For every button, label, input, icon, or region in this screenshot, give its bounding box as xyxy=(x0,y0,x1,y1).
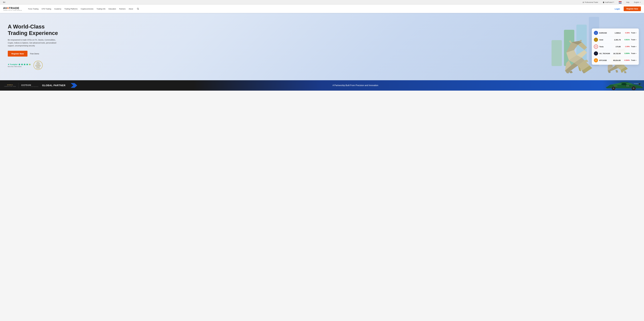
hero-description: Be empowered to trade CFDs on FX, Stocks… xyxy=(8,38,57,47)
svg-text:ASTON MARTIN: ASTON MARTIN xyxy=(634,83,639,84)
register-now-button[interactable]: Register Now xyxy=(624,6,641,11)
aramco-logo: aramco FORMULA ONE TEAM xyxy=(4,84,16,87)
nav-trading-info[interactable]: Trading Info xyxy=(95,7,107,11)
ustech-price: 18,722.00 xyxy=(611,52,621,54)
svg-text:BOSS: BOSS xyxy=(626,85,629,86)
svg-marker-35 xyxy=(616,70,618,73)
trustpilot-stars xyxy=(18,63,31,66)
f1-car-area: BOSS aramco ASTON MARTIN xyxy=(602,80,644,91)
eurusd-price: 1.08812 xyxy=(611,32,621,34)
nav-education[interactable]: Education xyxy=(107,7,117,11)
nav-academy[interactable]: Academy xyxy=(53,7,62,11)
logo-trade: TRADE xyxy=(9,6,20,10)
netherlands-flag xyxy=(619,1,622,3)
region-label: EU xyxy=(3,1,5,3)
nav-cfd-trading[interactable]: CFD Trading xyxy=(40,7,52,11)
top-bar-right: Professional Trader · AvaProtect™ · · He… xyxy=(582,1,641,3)
svg-point-0 xyxy=(583,2,584,2)
partnership-description: A Partnership Built From Precision and I… xyxy=(82,84,628,87)
btc-icon: ₿ xyxy=(594,58,598,62)
trustpilot: ★ Trustpilot More than 7000 reviews xyxy=(8,63,31,67)
svg-marker-34 xyxy=(608,71,610,73)
banner-arrow xyxy=(71,83,77,88)
price-row-tesla: T Tesla 173.85 -2.09% Trade xyxy=(592,43,639,50)
svg-point-58 xyxy=(633,87,634,89)
tesla-trade-link[interactable]: Trade xyxy=(631,46,637,47)
svg-marker-37 xyxy=(624,71,626,73)
svg-rect-3 xyxy=(619,2,622,3)
tesla-name: Tesla xyxy=(599,46,610,48)
svg-rect-54 xyxy=(606,87,611,87)
svg-point-4 xyxy=(137,8,138,9)
svg-text:T: T xyxy=(596,46,596,47)
avaprotect-link[interactable]: AvaProtect™ xyxy=(603,1,614,3)
svg-point-59 xyxy=(621,83,626,85)
bull-figure xyxy=(558,40,597,74)
logo-a: A xyxy=(7,6,9,10)
svg-text:€$: €$ xyxy=(595,32,596,34)
hero-actions: Register Now Free Demo xyxy=(8,51,58,56)
btc-trade-link[interactable]: Trade xyxy=(631,59,637,61)
btc-price: 65,814.85 xyxy=(611,59,621,61)
eurusd-trade-link[interactable]: Trade xyxy=(631,32,637,34)
svg-text:NQ: NQ xyxy=(596,53,596,54)
price-row-ustech: NQ US_TECH100 18,722.00 0.009% Trade xyxy=(592,50,639,57)
gold-name: Gold xyxy=(599,39,610,41)
svg-text:Au: Au xyxy=(596,39,596,40)
trust-section: ★ Trustpilot More than 7000 reviews MOST… xyxy=(8,61,58,70)
nav-about[interactable]: About xyxy=(127,7,134,11)
svg-text:aramco: aramco xyxy=(614,85,618,86)
svg-marker-50 xyxy=(71,83,77,88)
nav-trading-platforms[interactable]: Trading Platforms xyxy=(63,7,79,11)
svg-rect-2 xyxy=(619,1,622,2)
nav-actions: Login Register Now xyxy=(613,6,641,11)
tesla-icon: T xyxy=(594,44,598,49)
banner-subtitle: TRADE WITH CONFIDENCE xyxy=(21,86,38,87)
navbar: AVATRADE TRADE WITH CONFIDENCE Forex Tra… xyxy=(0,5,644,13)
eurusd-name: EUR/USD xyxy=(599,32,610,34)
search-icon[interactable] xyxy=(136,7,140,11)
ustech-icon: NQ xyxy=(594,51,598,55)
top-bar: EU Professional Trader · AvaProtect™ · ·… xyxy=(0,0,644,5)
help-link[interactable]: Help xyxy=(626,1,630,3)
gold-change: 0.001% xyxy=(622,39,630,41)
ustech-trade-link[interactable]: Trade xyxy=(631,52,637,54)
hero-title: A World-ClassTrading Experience xyxy=(8,23,58,36)
hero-register-button[interactable]: Register Now xyxy=(8,51,28,56)
free-demo-button[interactable]: Free Demo xyxy=(30,53,39,55)
eurusd-change: -0.06% xyxy=(622,32,630,34)
price-row-gold: Au Gold 2,391.78 0.001% Trade xyxy=(592,36,639,43)
partnership-banner: aramco FORMULA ONE TEAM AVATRADE TRADE W… xyxy=(0,80,644,91)
global-partner-label: GLOBAL PARTNER xyxy=(42,84,66,87)
nav-partners[interactable]: Partners xyxy=(118,7,127,11)
logo-subtitle: TRADE WITH CONFIDENCE xyxy=(3,10,22,11)
nav-forex-trading[interactable]: Forex Trading xyxy=(27,7,40,11)
price-table: €$ EUR/USD 1.08812 -0.06% Trade Au Gold … xyxy=(592,28,639,65)
login-button[interactable]: Login xyxy=(613,7,622,11)
btc-change: -0.594% xyxy=(622,59,630,61)
gold-icon: Au xyxy=(594,38,598,42)
svg-point-56 xyxy=(613,87,614,89)
banner-divider xyxy=(18,83,19,88)
professional-trader[interactable]: Professional Trader xyxy=(582,1,598,3)
hero-section: A World-ClassTrading Experience Be empow… xyxy=(0,13,644,80)
ustech-change: 0.009% xyxy=(622,52,630,54)
nav-cryptocurrencies[interactable]: Cryptocurrencies xyxy=(80,7,95,11)
trustpilot-logo: ★ Trustpilot xyxy=(8,63,18,65)
logo[interactable]: AVATRADE TRADE WITH CONFIDENCE xyxy=(3,7,22,11)
hero-content: A World-ClassTrading Experience Be empow… xyxy=(0,16,66,78)
avatrade-banner-logo: AVATRADE TRADE WITH CONFIDENCE xyxy=(21,84,38,87)
svg-rect-53 xyxy=(639,83,640,85)
language-selector[interactable]: English xyxy=(634,1,641,3)
formula-text: FORMULA ONE TEAM xyxy=(4,86,16,87)
price-row-eurusd: €$ EUR/USD 1.08812 -0.06% Trade xyxy=(592,29,639,36)
aramco-text: aramco xyxy=(7,84,13,85)
gold-trade-link[interactable]: Trade xyxy=(631,39,637,41)
ustech-name: US_TECH100 xyxy=(599,52,610,54)
award-badge: MOSTTRUSTEDTRADINGPLATFORM EUINTERNATION… xyxy=(34,61,42,70)
svg-marker-16 xyxy=(569,40,572,43)
trustpilot-sub: More than 7000 reviews xyxy=(8,66,31,67)
eurusd-icon: €$ xyxy=(594,31,598,35)
nav-links: Forex Trading CFD Trading Academy Tradin… xyxy=(27,7,613,11)
btc-name: BTC/USD xyxy=(599,59,610,61)
